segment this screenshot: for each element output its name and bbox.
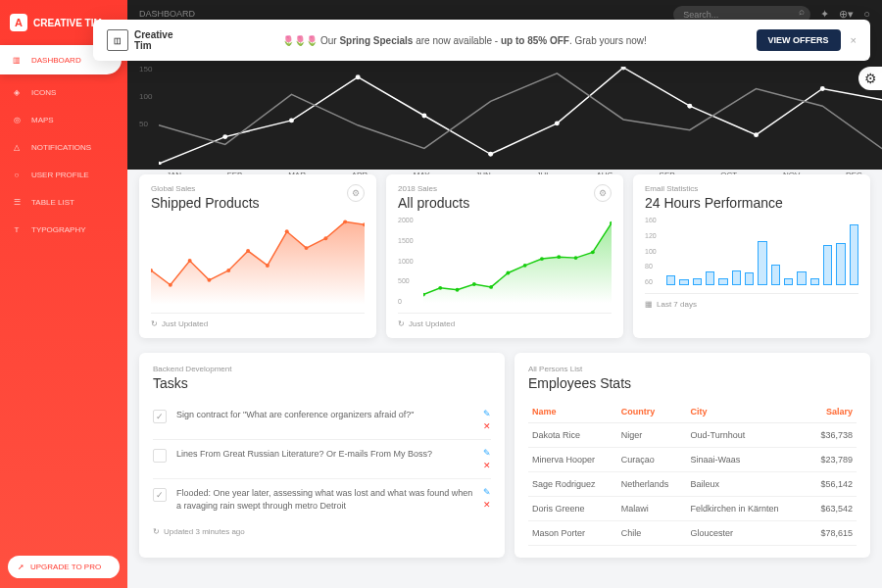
task-item: Lines From Great Russian Literature? Or … — [153, 440, 491, 479]
banner-message: 🌷🌷🌷 Our Spring Specials are now availabl… — [172, 35, 756, 46]
banner-logo-icon: ◫ — [107, 29, 128, 51]
checkbox[interactable] — [153, 449, 167, 463]
sparkle-icon[interactable]: ✦ — [820, 8, 829, 21]
checkbox[interactable]: ✓ — [153, 410, 167, 423]
svg-point-20 — [305, 246, 309, 250]
refresh-icon: ↻ — [151, 319, 158, 328]
svg-point-14 — [188, 259, 192, 263]
delete-icon[interactable]: ✕ — [483, 421, 491, 431]
promo-banner: ◫ Creative Tim 🌷🌷🌷 Our Spring Specials a… — [93, 20, 870, 61]
table-row: Sage RodriguezNetherlandsBaileux$56,142 — [528, 472, 857, 497]
task-item: ✓Sign contract for "What are conference … — [153, 401, 491, 440]
panel-subtitle: Backend Development — [153, 365, 491, 373]
employees-panel: All Persons List Employees Stats NameCou… — [514, 353, 870, 558]
svg-point-0 — [159, 162, 161, 165]
bar — [797, 271, 806, 285]
bar — [693, 278, 702, 285]
edit-icon[interactable]: ✎ — [483, 487, 491, 497]
gear-icon[interactable]: ⚙ — [594, 184, 612, 202]
panel-title: Tasks — [153, 375, 491, 391]
card-subtitle: Global Sales — [151, 184, 260, 193]
nav-icon: ◈ — [10, 85, 24, 99]
nav-icon: T — [10, 222, 24, 236]
bar — [850, 224, 858, 285]
calendar-icon: ▦ — [645, 300, 653, 309]
banner-brand: ◫ Creative Tim — [107, 29, 172, 51]
delete-icon[interactable]: ✕ — [483, 461, 491, 470]
nav-label: NOTIFICATIONS — [31, 143, 91, 152]
card-24h: Email Statistics 24 Hours Performance 16… — [633, 174, 870, 338]
delete-icon[interactable]: ✕ — [483, 500, 491, 510]
bar — [732, 270, 741, 285]
globe-icon[interactable]: ⊕▾ — [839, 8, 854, 21]
panel-title: Employees Stats — [528, 375, 857, 391]
nav-label: USER PROFILE — [31, 171, 89, 179]
nav-icon: ○ — [10, 168, 24, 181]
view-offers-button[interactable]: VIEW OFFERS — [757, 29, 841, 51]
sidebar: A CREATIVE TIM ▥DASHBOARD◈ICONS◎MAPS△NOT… — [0, 0, 127, 588]
sidebar-item-notifications[interactable]: △NOTIFICATIONS — [0, 133, 127, 161]
brand-text: CREATIVE TIM — [33, 18, 102, 28]
svg-point-29 — [506, 271, 510, 275]
nav-label: DASHBOARD — [31, 56, 81, 65]
card-allproducts: 2018 Sales All products ⚙ 20001500100050… — [386, 174, 623, 338]
table-header: Salary — [807, 401, 857, 423]
rocket-icon: ➚ — [18, 563, 24, 571]
bar — [666, 275, 675, 286]
gear-icon[interactable]: ⚙ — [347, 184, 365, 202]
settings-gear-icon[interactable]: ⚙ — [858, 67, 882, 90]
svg-point-2 — [289, 118, 294, 122]
bar — [679, 279, 688, 285]
angular-icon: A — [10, 14, 27, 31]
svg-point-26 — [456, 288, 460, 292]
banner-brand-text: Creative Tim — [134, 29, 172, 51]
user-icon[interactable]: ○ — [863, 8, 870, 20]
svg-point-10 — [820, 86, 825, 91]
svg-point-1 — [222, 134, 227, 139]
svg-point-13 — [169, 283, 172, 287]
upgrade-button[interactable]: ➚ UPGRADE TO PRO — [8, 556, 120, 578]
upgrade-label: UPGRADE TO PRO — [30, 563, 101, 571]
sidebar-item-user-profile[interactable]: ○USER PROFILE — [0, 161, 127, 188]
task-text: Lines From Great Russian Literature? Or … — [176, 448, 473, 461]
svg-point-19 — [285, 229, 289, 233]
card-shipped: Global Sales Shipped Products ⚙ ↻Just Up… — [139, 174, 376, 338]
svg-point-21 — [323, 236, 327, 240]
svg-point-17 — [246, 249, 250, 253]
task-item: ✓Flooded: One year later, assessing what… — [153, 479, 491, 519]
panel-subtitle: All Persons List — [528, 365, 857, 373]
sidebar-item-table-list[interactable]: ☰TABLE LIST — [0, 188, 127, 216]
svg-point-30 — [523, 264, 527, 268]
table-row: Minerva HooperCuraçaoSinaai-Waas$23,789 — [528, 448, 857, 472]
table-header: City — [687, 401, 808, 423]
refresh-icon: ↻ — [153, 527, 160, 536]
sidebar-item-maps[interactable]: ◎MAPS — [0, 106, 127, 133]
svg-point-9 — [754, 132, 759, 137]
task-text: Sign contract for "What are conference o… — [176, 409, 473, 421]
close-icon[interactable]: × — [851, 34, 857, 46]
svg-point-6 — [555, 121, 560, 125]
search-icon[interactable]: ⌕ — [799, 6, 805, 17]
svg-point-15 — [207, 278, 211, 282]
table-row: Mason PorterChileGloucester$78,615 — [528, 521, 857, 546]
sidebar-item-icons[interactable]: ◈ICONS — [0, 78, 127, 106]
svg-point-8 — [687, 104, 692, 109]
nav-icon: ▥ — [10, 53, 24, 67]
svg-point-5 — [488, 152, 493, 157]
sidebar-item-typography[interactable]: TTYPOGRAPHY — [0, 216, 127, 243]
nav-label: TABLE LIST — [31, 198, 74, 207]
edit-icon[interactable]: ✎ — [483, 448, 491, 458]
page-title: DASHBOARD — [139, 9, 195, 19]
employees-table: NameCountryCitySalary Dakota RiceNigerOu… — [528, 401, 857, 546]
svg-point-31 — [540, 257, 544, 261]
tasks-panel: Backend Development Tasks ✓Sign contract… — [139, 353, 505, 558]
checkbox[interactable]: ✓ — [153, 488, 167, 502]
card-title: Shipped Products — [151, 195, 260, 211]
card-subtitle: Email Statistics — [645, 184, 858, 193]
edit-icon[interactable]: ✎ — [483, 409, 491, 418]
nav-icon: △ — [10, 140, 24, 154]
nav-label: TYPOGRAPHY — [31, 225, 86, 234]
table-row: Dakota RiceNigerOud-Turnhout$36,738 — [528, 423, 857, 448]
nav-icon: ☰ — [10, 195, 24, 209]
svg-point-4 — [421, 114, 426, 119]
